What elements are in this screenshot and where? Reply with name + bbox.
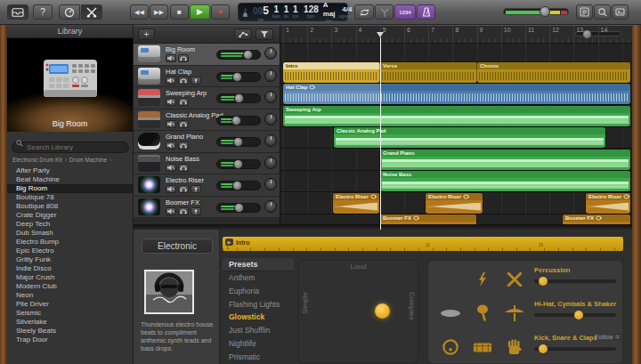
lcd-display[interactable]: ♪ 005bar 1beat 1div 1tick 128bpm A majke… bbox=[238, 3, 348, 21]
drummer-slider[interactable] bbox=[534, 347, 616, 351]
region[interactable]: Electro Riser bbox=[586, 193, 630, 214]
track-header-row[interactable]: Hat Clap bbox=[134, 66, 280, 88]
track-volume-slider[interactable] bbox=[216, 159, 261, 169]
track-volume-slider[interactable] bbox=[216, 116, 261, 125]
pan-knob[interactable] bbox=[264, 113, 277, 125]
library-list-item[interactable]: Indie Disco bbox=[7, 264, 133, 273]
solo-button[interactable] bbox=[178, 142, 189, 150]
bolt-cell[interactable] bbox=[467, 272, 499, 287]
library-list-item[interactable]: Trap Door bbox=[7, 336, 133, 344]
mute-button[interactable] bbox=[166, 77, 176, 85]
region[interactable]: Hat Clap bbox=[283, 84, 630, 104]
preset-item[interactable]: Nightlife bbox=[223, 337, 294, 351]
track-volume-slider[interactable] bbox=[216, 181, 261, 190]
pan-knob[interactable] bbox=[264, 69, 277, 82]
preset-item[interactable]: Euphoria bbox=[223, 285, 294, 298]
library-list-item[interactable]: After Party bbox=[7, 166, 133, 175]
follow-checkbox[interactable]: Follow bbox=[595, 334, 621, 340]
mute-button[interactable] bbox=[166, 98, 176, 106]
region[interactable]: Electro Riser bbox=[333, 193, 379, 214]
drummer-xy-pad[interactable]: Loud Simple Complex bbox=[298, 260, 418, 364]
catch-playhead-button[interactable] bbox=[256, 28, 273, 40]
pan-knob[interactable] bbox=[264, 91, 277, 103]
library-list-item[interactable]: Boutique 808 bbox=[7, 202, 133, 211]
preset-item[interactable]: Flashing Lights bbox=[223, 298, 294, 311]
library-list-item[interactable]: Steely Beats bbox=[7, 327, 133, 336]
search-library-input[interactable] bbox=[12, 142, 129, 153]
library-list-item[interactable]: Big Room bbox=[7, 184, 133, 193]
track-volume-slider[interactable] bbox=[216, 93, 261, 103]
bar-ruler[interactable]: 1234567891011121314 bbox=[280, 26, 632, 44]
add-track-button[interactable]: + bbox=[138, 28, 155, 40]
input-monitor-button[interactable] bbox=[191, 207, 201, 215]
drummer-slider[interactable] bbox=[534, 313, 616, 317]
solo-button[interactable] bbox=[178, 54, 189, 62]
sticks-cell[interactable] bbox=[499, 272, 531, 287]
solo-button[interactable] bbox=[178, 164, 189, 172]
play-button[interactable]: ▶ bbox=[190, 4, 210, 20]
region[interactable]: Chorus bbox=[477, 62, 630, 83]
preset-item[interactable]: Glowstick bbox=[223, 311, 294, 324]
timeline-area[interactable]: 1234567891011121314 IntroVerseChorusHat … bbox=[280, 25, 632, 230]
master-volume-slider[interactable] bbox=[503, 8, 569, 15]
pan-knob[interactable] bbox=[264, 47, 277, 60]
region[interactable]: Electro Riser bbox=[426, 193, 483, 214]
library-list-item[interactable]: Modern Club bbox=[7, 282, 133, 291]
library-list-item[interactable]: Major Crush bbox=[7, 273, 133, 282]
cycle-button[interactable] bbox=[354, 4, 374, 20]
solo-button[interactable] bbox=[178, 207, 189, 215]
track-volume-slider[interactable] bbox=[216, 137, 261, 147]
preset-item[interactable]: Prismatic bbox=[223, 351, 294, 364]
region[interactable]: Classic Analog Pad bbox=[334, 127, 605, 148]
track-volume-slider[interactable] bbox=[216, 50, 261, 60]
library-list-item[interactable]: Electro Bump bbox=[7, 238, 133, 247]
pan-knob[interactable] bbox=[264, 178, 277, 190]
editor-beat-ruler[interactable]: ▶ Intro 1 |2|3|4 bbox=[223, 237, 623, 251]
track-volume-knob[interactable] bbox=[234, 93, 244, 103]
rewind-button[interactable]: ◀◀ bbox=[130, 4, 149, 20]
maraca-cell[interactable] bbox=[467, 304, 499, 322]
library-breadcrumb[interactable]: Electronic Drum Kit›Drum Machine› bbox=[12, 157, 127, 163]
hihat-cell[interactable] bbox=[499, 305, 531, 321]
track-header-row[interactable]: Electro Riser bbox=[134, 174, 280, 197]
input-monitor-button[interactable] bbox=[191, 77, 201, 85]
solo-button[interactable] bbox=[178, 77, 189, 85]
library-list-item[interactable]: Silverlake bbox=[7, 318, 133, 327]
drummer-slider[interactable] bbox=[534, 279, 616, 283]
count-in-button[interactable]: 1234 bbox=[394, 4, 416, 20]
track-volume-knob[interactable] bbox=[232, 181, 242, 190]
track-header-row[interactable]: Big Room bbox=[134, 44, 280, 66]
preset-item[interactable]: Just Shufflin bbox=[223, 324, 294, 337]
pan-knob[interactable] bbox=[264, 134, 277, 147]
stop-button[interactable]: ■ bbox=[170, 4, 189, 20]
hand-cell[interactable] bbox=[499, 339, 531, 355]
track-volume-knob[interactable] bbox=[231, 116, 241, 125]
smart-controls-button[interactable] bbox=[59, 4, 80, 20]
drummer-slider-knob[interactable] bbox=[574, 311, 583, 320]
library-list-item[interactable]: Dub Smash bbox=[7, 229, 133, 238]
mute-button[interactable] bbox=[166, 164, 176, 172]
library-toggle-button[interactable] bbox=[7, 4, 28, 20]
track-volume-knob[interactable] bbox=[243, 50, 253, 60]
drummer-slider-knob[interactable] bbox=[539, 344, 548, 353]
checkbox[interactable] bbox=[614, 334, 621, 340]
automation-button[interactable] bbox=[234, 28, 252, 40]
preset-item[interactable]: Anthem bbox=[223, 271, 294, 285]
forward-button[interactable]: ▶▶ bbox=[150, 4, 168, 20]
track-volume-knob[interactable] bbox=[234, 203, 244, 213]
snare-cell[interactable] bbox=[467, 340, 499, 354]
track-header-row[interactable]: Sweeping Arp bbox=[134, 87, 280, 109]
tuner-button[interactable] bbox=[375, 4, 394, 20]
library-list-item[interactable]: Deep Tech bbox=[7, 220, 133, 229]
track-header-row[interactable]: Noise Bass bbox=[134, 153, 280, 175]
metronome-button[interactable] bbox=[417, 4, 435, 20]
section-chip[interactable]: ▶ Intro bbox=[225, 239, 250, 246]
pan-knob[interactable] bbox=[264, 157, 277, 169]
quick-help-button[interactable]: ? bbox=[33, 4, 53, 20]
track-volume-slider[interactable] bbox=[216, 203, 261, 213]
track-header-row[interactable]: Classic Analog Pad bbox=[134, 109, 280, 132]
master-volume-knob[interactable] bbox=[540, 6, 550, 17]
solo-button[interactable] bbox=[178, 120, 189, 128]
input-monitor-button[interactable] bbox=[191, 185, 201, 193]
track-header-row[interactable]: Boomer FX bbox=[134, 197, 280, 219]
